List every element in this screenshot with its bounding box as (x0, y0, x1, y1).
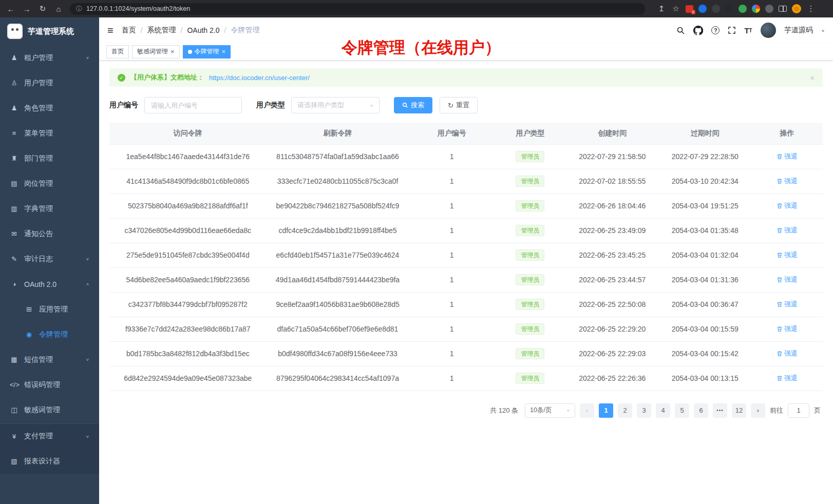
close-icon[interactable]: × (222, 48, 226, 55)
sidebar-item-通知公告[interactable]: ✉通知公告 (0, 221, 99, 246)
page-button-4[interactable]: 4 (656, 403, 670, 418)
force-logout-button[interactable]: 强退 (777, 275, 798, 284)
breadcrumb-item[interactable]: OAuth 2.0 (187, 26, 219, 34)
refresh-token-cell: e6cfd40eb1f54571a31e775e039c4624 (267, 243, 409, 267)
sidebar-item-审计日志[interactable]: ✎审计日志∨ (0, 246, 99, 272)
pager-more-icon[interactable]: ••• (713, 403, 727, 418)
force-logout-button[interactable]: 强退 (777, 300, 798, 309)
page-button-5[interactable]: 5 (675, 403, 689, 418)
force-logout-label: 强退 (784, 275, 798, 284)
user-type-select[interactable]: 请选择用户类型 ∨ (291, 97, 380, 113)
force-logout-button[interactable]: 强退 (777, 250, 798, 260)
site-info-icon[interactable]: ⓘ (76, 5, 82, 13)
sidebar-item-岗位管理[interactable]: ▤岗位管理 (0, 171, 99, 196)
tab-首页[interactable]: 首页 (106, 45, 129, 59)
page-size-select[interactable]: 10条/页 ∨ (525, 403, 575, 418)
error-code-icon: </> (10, 381, 18, 389)
access-token-cell: 275e5de9151045fe87cbdc395e004f4d (109, 243, 267, 267)
user-avatar[interactable] (761, 23, 776, 38)
github-icon[interactable] (693, 26, 703, 35)
chevron-down-icon[interactable]: ∨ (821, 28, 825, 32)
column-header: 刷新令牌 (267, 123, 409, 144)
sidebar-item-部门管理[interactable]: ♜部门管理 (0, 146, 99, 171)
pagination: 共 120 条 10条/页 ∨ ‹ 123456•••12 › 前往 页 (111, 403, 821, 418)
page-button-12[interactable]: 12 (732, 403, 746, 418)
browser-profile-avatar[interactable]: ☺ (792, 4, 801, 13)
doc-link[interactable]: https://doc.iocoder.cn/user-center/ (209, 74, 310, 82)
close-icon[interactable]: × (171, 48, 175, 55)
action-cell: 强退 (751, 317, 823, 341)
extension-icon[interactable] (765, 5, 773, 13)
force-logout-button[interactable]: 强退 (777, 349, 798, 358)
access-token-cell: 54d6be82ee5a460a9aedc1f9bf223656 (109, 267, 267, 292)
user-type-badge: 管理员 (516, 225, 544, 237)
search-button[interactable]: 搜索 (394, 97, 432, 113)
tab-令牌管理[interactable]: 令牌管理× (183, 45, 231, 59)
back-icon[interactable]: ← (6, 5, 15, 13)
force-logout-button[interactable]: 强退 (777, 226, 798, 235)
sidebar-item-label: 角色管理 (24, 104, 53, 113)
sidebar-item-label: 令牌管理 (39, 330, 68, 339)
user-name[interactable]: 芋道源码 (784, 26, 813, 35)
sidebar-item-短信管理[interactable]: ▦短信管理∨ (0, 347, 99, 372)
share-icon[interactable]: ↥ (657, 4, 666, 13)
user-id-input[interactable] (144, 97, 242, 113)
extension-icon[interactable] (739, 5, 747, 13)
home-icon[interactable]: ⌂ (54, 5, 63, 13)
extension-icon[interactable]: 0 (686, 5, 693, 13)
split-view-icon[interactable] (779, 6, 787, 12)
font-size-icon[interactable]: TT (744, 26, 752, 35)
sidebar-item-支付管理[interactable]: ¥支付管理∨ (0, 423, 99, 449)
sidebar-item-错误码管理[interactable]: </>错误码管理 (0, 372, 99, 397)
force-logout-button[interactable]: 强退 (777, 152, 798, 161)
forward-icon[interactable]: → (22, 5, 31, 13)
page-button-1[interactable]: 1 (599, 403, 613, 418)
sidebar-item-label: 支付管理 (24, 432, 53, 441)
column-header: 创建时间 (566, 123, 659, 144)
force-logout-button[interactable]: 强退 (777, 374, 798, 383)
page-button-3[interactable]: 3 (637, 403, 651, 418)
browser-menu-icon[interactable]: ⋮ (806, 4, 816, 13)
page-button-6[interactable]: 6 (694, 403, 708, 418)
close-icon[interactable]: × (810, 73, 815, 82)
extensions-puzzle-icon[interactable] (752, 5, 760, 13)
next-page-button[interactable]: › (751, 403, 765, 418)
reset-button[interactable]: ↻ 重置 (440, 97, 478, 113)
force-logout-button[interactable]: 强退 (777, 177, 798, 186)
sidebar-item-用户管理[interactable]: ♙用户管理 (0, 70, 99, 95)
action-cell: 强退 (751, 144, 823, 169)
reload-icon[interactable]: ↻ (38, 4, 47, 13)
bookmark-star-icon[interactable]: ☆ (671, 4, 680, 13)
sidebar-item-角色管理[interactable]: ♟角色管理 (0, 95, 99, 121)
extension-icon[interactable] (698, 5, 707, 13)
page-button-2[interactable]: 2 (618, 403, 632, 418)
search-icon[interactable] (676, 26, 685, 35)
extension-icon[interactable] (725, 5, 733, 13)
fullscreen-icon[interactable] (728, 26, 736, 34)
action-cell: 强退 (751, 366, 823, 391)
force-logout-button[interactable]: 强退 (777, 324, 798, 334)
breadcrumb-item[interactable]: 首页 (122, 26, 136, 35)
sidebar-item-应用管理[interactable]: ⊞应用管理 (0, 297, 99, 322)
sidebar-item-OAuth 2.0[interactable]: ◑OAuth 2.0∧ (0, 272, 99, 297)
sidebar-item-令牌管理[interactable]: ◉令牌管理 (0, 322, 99, 347)
sidebar-toggle-icon[interactable]: ≡ (107, 25, 113, 36)
sidebar-item-报表设计器[interactable]: ▧报表设计器 (0, 449, 99, 474)
sidebar-item-敏感词管理[interactable]: ◫敏感词管理 (0, 397, 99, 422)
address-bar[interactable]: ⓘ 127.0.0.1:1024/system/oauth2/token (70, 3, 645, 15)
tab-敏感词管理[interactable]: 敏感词管理× (132, 45, 180, 59)
app-logo[interactable]: 芋道管理系统 (0, 17, 99, 45)
sidebar-item-菜单管理[interactable]: ≡菜单管理 (0, 121, 99, 146)
sidebar-item-字典管理[interactable]: ▥字典管理 (0, 196, 99, 221)
force-logout-button[interactable]: 强退 (777, 201, 798, 210)
table-row: 275e5de9151045fe87cbdc395e004f4de6cfd40e… (109, 243, 823, 267)
tags-view-bar: 首页敏感词管理×令牌管理× (99, 43, 833, 61)
sidebar-item-租户管理[interactable]: ♟租户管理∨ (0, 45, 99, 70)
goto-page-input[interactable] (788, 403, 809, 418)
user-type-cell: 管理员 (495, 267, 566, 292)
help-icon[interactable]: ? (711, 26, 720, 34)
prev-page-button[interactable]: ‹ (580, 403, 594, 418)
extension-icon[interactable] (712, 5, 720, 13)
user-id-cell: 1 (409, 366, 495, 391)
breadcrumb-item[interactable]: 系统管理 (147, 26, 176, 35)
